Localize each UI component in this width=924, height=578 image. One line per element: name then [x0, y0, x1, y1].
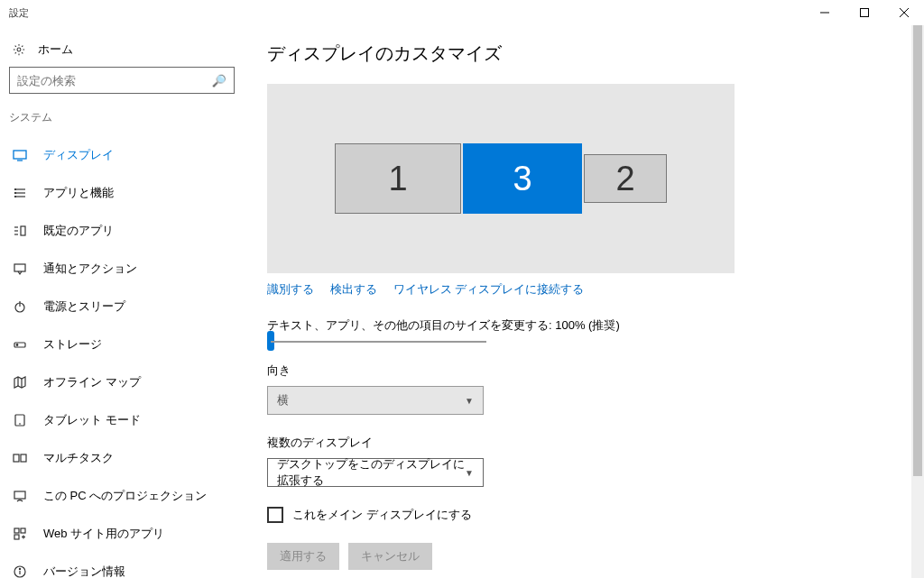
apply-button[interactable]: 適用する [267, 543, 339, 570]
sidebar-item-label: Web サイト用のアプリ [43, 526, 164, 542]
chevron-down-icon: ▼ [465, 396, 474, 406]
sidebar-item-label: 電源とスリープ [43, 298, 125, 315]
sidebar: ホーム 🔍 システム ディスプレイ アプリと機能 既定のアプリ 通知とアクション [0, 25, 244, 578]
svg-rect-35 [21, 454, 26, 462]
svg-rect-13 [14, 151, 26, 159]
detect-link[interactable]: 検出する [330, 282, 377, 298]
scrollbar-thumb[interactable] [913, 25, 922, 476]
multiple-displays-select[interactable]: デスクトップをこのディスプレイに拡張する ▼ [267, 458, 484, 487]
sidebar-item-label: アプリと機能 [43, 185, 114, 201]
sidebar-item-storage[interactable]: ストレージ [0, 326, 244, 363]
display-arrangement[interactable]: 1 3 2 [267, 84, 735, 273]
sidebar-item-projection[interactable]: この PC へのプロジェクション [0, 477, 244, 515]
sidebar-item-label: 既定のアプリ [43, 223, 114, 239]
monitor-3[interactable]: 3 [463, 143, 582, 214]
svg-point-20 [15, 197, 16, 197]
monitor-2[interactable]: 2 [584, 154, 667, 203]
display-icon [13, 148, 27, 162]
scaling-slider[interactable] [267, 341, 486, 343]
gear-icon [13, 43, 25, 56]
search-icon: 🔍 [212, 74, 226, 87]
svg-line-12 [22, 46, 23, 47]
sidebar-item-label: 通知とアクション [43, 261, 137, 277]
orientation-label: 向き [267, 362, 901, 379]
sidebar-item-label: タブレット モード [43, 412, 141, 428]
sidebar-item-label: マルチタスク [43, 450, 114, 466]
storage-icon [13, 337, 27, 352]
default-apps-icon [13, 224, 27, 238]
power-icon [13, 299, 27, 314]
svg-point-44 [19, 568, 20, 569]
page-title: ディスプレイのカスタマイズ [267, 41, 901, 66]
sidebar-item-notifications[interactable]: 通知とアクション [0, 250, 244, 288]
sidebar-item-display[interactable]: ディスプレイ [0, 136, 244, 174]
svg-rect-1 [861, 9, 869, 17]
chevron-down-icon: ▼ [465, 468, 474, 478]
sidebar-item-label: バージョン情報 [43, 564, 125, 578]
monitor-1[interactable]: 1 [335, 143, 461, 214]
maximize-button[interactable] [845, 0, 884, 25]
identify-link[interactable]: 識別する [267, 282, 314, 298]
svg-line-9 [15, 46, 16, 47]
sidebar-item-apps[interactable]: アプリと機能 [0, 174, 244, 212]
sidebar-item-label: ストレージ [43, 336, 102, 353]
search-input[interactable]: 🔍 [9, 67, 235, 94]
svg-point-18 [15, 189, 16, 190]
minimize-button[interactable] [805, 0, 845, 25]
window-title: 設定 [9, 6, 29, 20]
slider-thumb[interactable] [267, 331, 274, 351]
sidebar-item-offline-maps[interactable]: オフライン マップ [0, 363, 244, 401]
scrollbar[interactable] [911, 25, 924, 578]
info-icon [13, 564, 27, 578]
main-display-checkbox-label: これをメイン ディスプレイにする [292, 507, 472, 523]
sidebar-item-default-apps[interactable]: 既定のアプリ [0, 212, 244, 250]
maps-icon [13, 375, 27, 390]
svg-line-10 [22, 52, 23, 53]
web-apps-icon [13, 527, 27, 541]
sidebar-item-label: ディスプレイ [43, 147, 114, 163]
search-field[interactable] [17, 74, 212, 87]
svg-rect-25 [14, 264, 25, 271]
multiple-displays-label: 複数のディスプレイ [267, 435, 901, 451]
sidebar-item-label: この PC へのプロジェクション [43, 488, 207, 504]
notifications-icon [13, 261, 27, 276]
multitask-icon [13, 451, 27, 465]
close-button[interactable] [884, 0, 924, 25]
section-label: システム [0, 106, 244, 136]
titlebar-buttons [805, 0, 924, 25]
sidebar-item-power[interactable]: 電源とスリープ [0, 288, 244, 326]
svg-point-4 [17, 48, 21, 51]
main-display-checkbox[interactable] [267, 507, 283, 523]
svg-point-29 [16, 344, 18, 346]
svg-line-11 [15, 52, 16, 53]
titlebar: 設定 [0, 0, 924, 25]
svg-rect-24 [21, 226, 25, 235]
svg-rect-38 [21, 528, 25, 533]
sidebar-item-about[interactable]: バージョン情報 [0, 553, 244, 578]
tablet-icon [13, 413, 27, 427]
orientation-value: 横 [277, 392, 289, 408]
orientation-select[interactable]: 横 ▼ [267, 386, 484, 415]
home-link[interactable]: ホーム [0, 36, 244, 67]
svg-point-19 [15, 193, 16, 194]
svg-rect-39 [14, 535, 19, 539]
main-display-checkbox-row[interactable]: これをメイン ディスプレイにする [267, 507, 901, 523]
cancel-button[interactable]: キャンセル [348, 543, 432, 570]
svg-rect-36 [14, 491, 25, 499]
sidebar-item-multitask[interactable]: マルチタスク [0, 439, 244, 477]
sidebar-item-label: オフライン マップ [43, 374, 141, 390]
home-label: ホーム [38, 41, 73, 58]
sidebar-item-web-apps[interactable]: Web サイト用のアプリ [0, 515, 244, 553]
projection-icon [13, 489, 27, 503]
main-content: ディスプレイのカスタマイズ 1 3 2 識別する 検出する ワイヤレス ディスプ… [244, 25, 924, 578]
svg-rect-37 [14, 528, 19, 533]
svg-rect-34 [14, 454, 19, 462]
scaling-label: テキスト、アプリ、その他の項目のサイズを変更する: 100% (推奨) [267, 317, 901, 334]
multiple-displays-value: デスクトップをこのディスプレイに拡張する [277, 456, 465, 489]
wireless-link[interactable]: ワイヤレス ディスプレイに接続する [393, 282, 584, 298]
apps-icon [13, 186, 27, 200]
sidebar-item-tablet[interactable]: タブレット モード [0, 401, 244, 439]
